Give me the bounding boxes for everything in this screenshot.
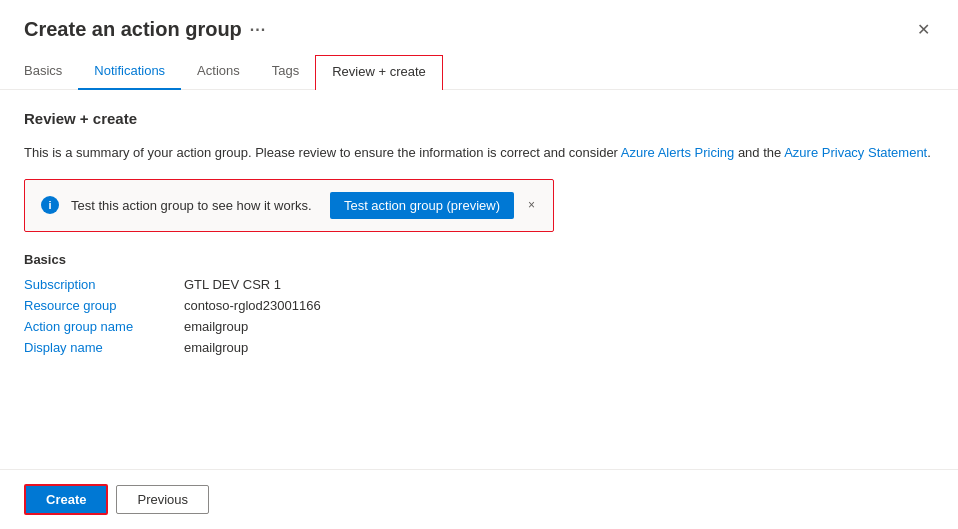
azure-privacy-statement-link[interactable]: Azure Privacy Statement (784, 145, 927, 160)
summary-middle: and the (734, 145, 784, 160)
close-icon: ✕ (917, 20, 930, 39)
display-name-label: Display name (24, 340, 184, 355)
dialog-title: Create an action group ··· (24, 18, 266, 41)
basics-section-title: Basics (24, 252, 934, 267)
display-name-value: emailgroup (184, 340, 934, 355)
info-icon: i (41, 196, 59, 214)
test-action-group-button[interactable]: Test action group (preview) (330, 192, 514, 219)
summary-end: . (927, 145, 931, 160)
action-group-name-label: Action group name (24, 319, 184, 334)
tab-tags[interactable]: Tags (256, 55, 315, 90)
banner-info-text: Test this action group to see how it wor… (71, 198, 318, 213)
subscription-value: GTL DEV CSR 1 (184, 277, 934, 292)
resource-group-label: Resource group (24, 298, 184, 313)
banner-close-icon: × (528, 198, 535, 212)
dialog-title-text: Create an action group (24, 18, 242, 41)
resource-group-value: contoso-rglod23001166 (184, 298, 934, 313)
banner-close-button[interactable]: × (526, 196, 537, 214)
create-action-group-dialog: Create an action group ··· ✕ Basics Noti… (0, 0, 958, 529)
tabs-bar: Basics Notifications Actions Tags Review… (0, 43, 958, 90)
create-button[interactable]: Create (24, 484, 108, 515)
tab-notifications[interactable]: Notifications (78, 55, 181, 90)
dialog-header: Create an action group ··· ✕ (0, 0, 958, 43)
basics-details-table: Subscription GTL DEV CSR 1 Resource grou… (24, 277, 934, 355)
tab-review-create[interactable]: Review + create (315, 55, 443, 90)
dialog-title-dots: ··· (250, 21, 266, 39)
summary-intro: This is a summary of your action group. … (24, 145, 621, 160)
main-content: Review + create This is a summary of you… (0, 90, 958, 469)
azure-alerts-pricing-link[interactable]: Azure Alerts Pricing (621, 145, 734, 160)
subscription-label: Subscription (24, 277, 184, 292)
section-title: Review + create (24, 110, 934, 127)
summary-text: This is a summary of your action group. … (24, 143, 934, 163)
dialog-footer: Create Previous (0, 469, 958, 529)
action-group-name-value: emailgroup (184, 319, 934, 334)
tab-actions[interactable]: Actions (181, 55, 256, 90)
info-banner: i Test this action group to see how it w… (24, 179, 554, 232)
previous-button[interactable]: Previous (116, 485, 209, 514)
close-button[interactable]: ✕ (913, 16, 934, 43)
tab-basics[interactable]: Basics (24, 55, 78, 90)
